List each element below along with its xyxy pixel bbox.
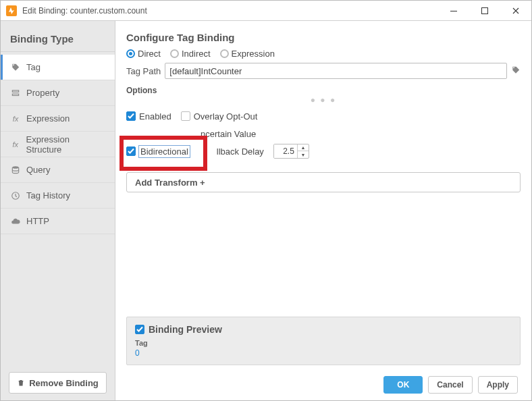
radio-label: Expression [232,49,275,59]
options-grid: Enabled Overlay Opt-Out ncertain Value B… [126,107,521,160]
checkbox-enabled[interactable]: Enabled [126,111,171,122]
property-icon [10,88,21,99]
close-icon [512,7,519,14]
preview-title: Binding Preview [149,324,222,335]
main-heading: Configure Tag Binding [126,32,521,43]
sidebar-item-label: Query [26,165,50,175]
spinner-up-button[interactable]: ▲ [298,144,309,151]
svg-rect-0 [450,11,457,11]
tag-path-row: Tag Path [126,63,521,79]
spinner-down-button[interactable]: ▼ [298,151,309,158]
radio-icon [170,49,179,58]
binding-type-nav: Tag Property fx Expression fx Expression… [1,52,115,234]
app-icon [6,5,17,16]
checkbox-label: Bidirectional [139,146,190,157]
window-minimize-button[interactable] [438,1,469,21]
tag-icon [10,62,21,73]
sidebar-item-label: Expression Structure [26,134,105,155]
ok-button[interactable]: OK [383,376,423,394]
minimize-icon [450,7,457,14]
sidebar-item-label: Tag History [26,190,70,200]
window-titlebar: Edit Binding: counter.custom.count [1,1,531,21]
dialog-footer: OK Cancel Apply [126,371,521,401]
sidebar-item-label: Tag [26,62,41,72]
options-label: Options [126,86,521,95]
add-transform-button[interactable]: Add Transform + [126,172,521,192]
svg-point-4 [12,166,18,169]
sidebar-item-tag-history[interactable]: Tag History [1,183,115,209]
window-title: Edit Binding: counter.custom.count [22,6,147,16]
uncertain-value-label-fragment: ncertain Value [201,129,256,139]
cloud-icon [10,216,21,227]
add-transform-label: Add Transform + [135,178,205,188]
sidebar: Binding Type Tag Property fx Expression … [1,21,115,401]
apply-button[interactable]: Apply [478,376,518,394]
radio-expression[interactable]: Expression [220,49,275,59]
cancel-button[interactable]: Cancel [428,376,472,394]
fallback-delay-spinner[interactable]: ▲ ▼ [273,144,309,159]
sidebar-item-property[interactable]: Property [1,80,115,106]
preview-sublabel: Tag [135,339,512,347]
svg-rect-2 [12,90,18,91]
sidebar-item-label: HTTP [26,216,49,226]
checkbox-binding-preview[interactable] [135,325,144,334]
svg-rect-1 [482,7,488,14]
sidebar-item-query[interactable]: Query [1,157,115,183]
fx-icon: fx [10,113,21,124]
fx-icon: fx [10,139,21,150]
sidebar-item-http[interactable]: HTTP [1,209,115,234]
maximize-icon [481,7,488,14]
checkbox-overlay-opt-out[interactable]: Overlay Opt-Out [181,111,258,122]
sidebar-item-expression[interactable]: fx Expression [1,106,115,132]
binding-mode-row: Direct Indirect Expression [126,49,521,59]
tag-browse-icon[interactable] [511,65,521,77]
sidebar-item-label: Property [26,88,59,98]
drag-handle-icon[interactable]: ● ● ● [126,95,521,105]
fallback-delay-input[interactable] [274,144,297,158]
checkbox-label: Overlay Opt-Out [194,111,258,122]
remove-binding-label: Remove Binding [29,378,99,388]
radio-label: Direct [138,49,161,59]
radio-icon [126,49,135,58]
main-panel: Configure Tag Binding Direct Indirect Ex… [115,21,531,401]
window-close-button[interactable] [500,1,531,21]
svg-rect-3 [12,94,18,95]
sidebar-item-expression-structure[interactable]: fx Expression Structure [1,132,115,157]
remove-binding-button[interactable]: Remove Binding [9,372,107,394]
checkbox-label: Enabled [139,111,171,122]
database-icon [10,165,21,176]
sidebar-heading: Binding Type [1,21,115,52]
trash-icon [17,379,25,387]
clock-icon [10,190,21,201]
sidebar-item-tag[interactable]: Tag [1,55,115,80]
fallback-delay-label-fragment: llback Delay [217,146,264,157]
tag-path-input[interactable] [165,63,507,79]
window-maximize-button[interactable] [469,1,500,21]
radio-label: Indirect [182,49,211,59]
binding-preview-panel: Binding Preview Tag 0 [126,317,521,365]
tag-path-label: Tag Path [126,66,161,76]
sidebar-item-label: Expression [26,113,70,124]
radio-indirect[interactable]: Indirect [170,49,211,59]
radio-direct[interactable]: Direct [126,49,161,59]
radio-icon [220,49,229,58]
checkbox-bidirectional[interactable]: Bidirectional [126,146,190,157]
preview-value: 0 [135,348,512,358]
